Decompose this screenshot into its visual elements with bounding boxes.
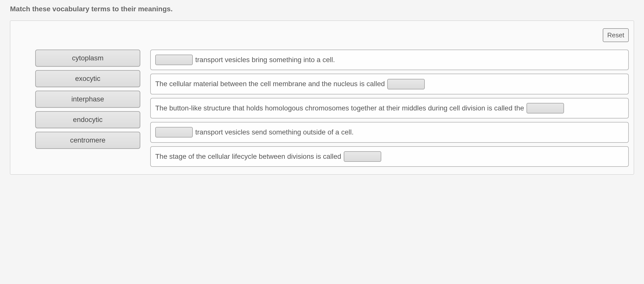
drop-slot-2[interactable] <box>526 103 564 113</box>
definition-text-1: The cellular material between the cell m… <box>155 78 385 90</box>
definition-text-2: The button-like structure that holds hom… <box>155 102 524 114</box>
drop-slot-1[interactable] <box>387 79 425 89</box>
definition-text-3: transport vesicles send something outsid… <box>195 126 354 138</box>
drop-slot-4[interactable] <box>344 151 381 162</box>
reset-button[interactable]: Reset <box>603 28 629 42</box>
matching-container: Reset cytoplasm exocytic interphase endo… <box>10 21 634 175</box>
definition-text-0: transport vesicles bring something into … <box>195 54 335 66</box>
instruction-text: Match these vocabulary terms to their me… <box>10 5 634 13</box>
content-row: cytoplasm exocytic interphase endocytic … <box>15 50 629 167</box>
reset-row: Reset <box>15 28 629 42</box>
definition-row-3: transport vesicles send something outsid… <box>150 122 629 143</box>
definition-row-2: The button-like structure that holds hom… <box>150 98 629 118</box>
term-cytoplasm[interactable]: cytoplasm <box>35 50 140 67</box>
term-exocytic[interactable]: exocytic <box>35 70 140 87</box>
definitions-column: transport vesicles bring something into … <box>150 50 629 167</box>
term-interphase[interactable]: interphase <box>35 91 140 108</box>
drop-slot-0[interactable] <box>155 55 193 65</box>
term-endocytic[interactable]: endocytic <box>35 111 140 128</box>
definition-row-4: The stage of the cellular lifecycle betw… <box>150 146 629 167</box>
definition-text-4: The stage of the cellular lifecycle betw… <box>155 150 341 163</box>
definition-row-0: transport vesicles bring something into … <box>150 50 629 70</box>
term-centromere[interactable]: centromere <box>35 132 140 149</box>
terms-column: cytoplasm exocytic interphase endocytic … <box>35 50 140 149</box>
drop-slot-3[interactable] <box>155 127 193 137</box>
definition-row-1: The cellular material between the cell m… <box>150 74 629 94</box>
